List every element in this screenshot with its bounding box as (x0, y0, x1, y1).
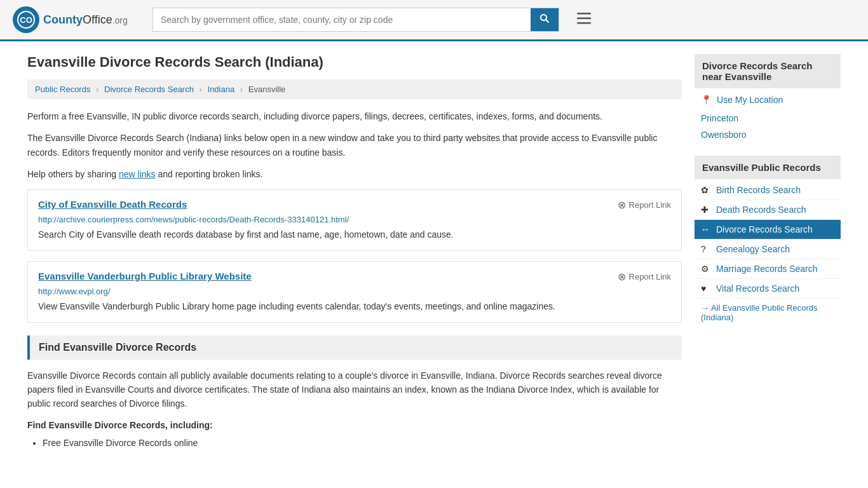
sidebar-item-vital-records[interactable]: ♥ Vital Records Search (695, 279, 841, 299)
divorce-records-icon: ↔ (701, 224, 711, 234)
sidebar-nearby-0[interactable]: Princeton (695, 110, 841, 126)
intro-paragraph-1: Perform a free Evansville, IN public div… (27, 109, 682, 123)
find-records-body: Evansville Divorce Records contain all p… (27, 369, 682, 411)
sidebar: Divorce Records Search near Evansville 📍… (695, 54, 841, 451)
breadcrumb: Public Records › Divorce Records Search … (27, 79, 682, 99)
svg-text:CO: CO (20, 15, 32, 25)
report-link-1[interactable]: ⊗ Report Link (618, 271, 671, 283)
link-desc-0: Search City of Evansville death records … (38, 228, 671, 241)
location-pin-icon: 📍 (701, 95, 712, 105)
intro-paragraph-2: The Evansville Divorce Records Search (I… (27, 131, 682, 159)
search-button[interactable] (531, 8, 559, 31)
svg-point-2 (541, 15, 546, 20)
report-link-0[interactable]: ⊗ Report Link (618, 199, 671, 211)
svg-rect-5 (577, 18, 591, 20)
sidebar-all-records[interactable]: → All Evansville Public Records (Indiana… (695, 299, 841, 327)
link-card-title-1[interactable]: Evansville Vanderburgh Public Library We… (38, 271, 252, 281)
breadcrumb-public-records[interactable]: Public Records (35, 85, 90, 94)
vital-records-icon: ♥ (701, 283, 711, 294)
sidebar-public-records-section: Evansville Public Records ✿ Birth Record… (695, 156, 841, 327)
search-input[interactable] (153, 10, 531, 30)
content-area: Evansville Divorce Records Search (India… (27, 54, 682, 451)
breadcrumb-divorce-records[interactable]: Divorce Records Search (104, 85, 194, 94)
breadcrumb-indiana[interactable]: Indiana (208, 85, 235, 94)
page-title: Evansville Divorce Records Search (India… (27, 54, 682, 71)
report-icon-0: ⊗ (618, 199, 626, 211)
sidebar-nearby-1[interactable]: Owensboro (695, 126, 841, 143)
bullet-list: Free Evansville Divorce Records online (43, 435, 682, 451)
svg-line-3 (546, 20, 549, 23)
find-records-section-heading: Find Evansville Divorce Records (27, 336, 682, 360)
main-container: Evansville Divorce Records Search (India… (15, 41, 853, 464)
link-card-title-0[interactable]: City of Evansville Death Records (38, 199, 187, 210)
menu-button[interactable] (572, 9, 596, 30)
sidebar-item-birth-records[interactable]: ✿ Birth Records Search (695, 180, 841, 200)
link-url-0[interactable]: http://archive.courierpress.com/news/pub… (38, 215, 671, 224)
report-icon-1: ⊗ (618, 271, 626, 283)
link-card-0: City of Evansville Death Records ⊗ Repor… (27, 189, 682, 251)
sidebar-item-genealogy[interactable]: ? Genealogy Search (695, 240, 841, 259)
link-card-1: Evansville Vanderburgh Public Library We… (27, 261, 682, 323)
svg-rect-4 (577, 13, 591, 15)
breadcrumb-current: Evansville (248, 85, 286, 94)
sidebar-near-section: Divorce Records Search near Evansville 📍… (695, 54, 841, 143)
sidebar-near-title: Divorce Records Search near Evansville (695, 54, 841, 88)
sidebar-item-death-records[interactable]: ✚ Death Records Search (695, 200, 841, 220)
sidebar-public-records-title: Evansville Public Records (695, 156, 841, 179)
marriage-records-icon: ⚙ (701, 264, 711, 274)
site-header: CO CountyOffice.org (0, 0, 868, 41)
link-desc-1: View Evansville Vanderburgh Public Libra… (38, 300, 671, 313)
find-records-subsection: Find Evansville Divorce Records, includi… (27, 420, 682, 430)
svg-rect-6 (577, 22, 591, 24)
logo-text: CountyOffice.org (43, 13, 128, 27)
link-url-1[interactable]: http://www.evpl.org/ (38, 287, 671, 296)
sidebar-item-divorce-records[interactable]: ↔ Divorce Records Search (695, 220, 841, 240)
genealogy-icon: ? (701, 244, 711, 254)
death-records-icon: ✚ (701, 205, 711, 215)
logo-icon[interactable]: CO (13, 6, 39, 33)
search-bar (153, 8, 559, 32)
birth-records-icon: ✿ (701, 185, 711, 195)
intro-paragraph-3: Help others by sharing new links and rep… (27, 167, 682, 181)
sidebar-use-location[interactable]: 📍 Use My Location (695, 90, 841, 110)
logo-area: CO CountyOffice.org (13, 6, 140, 33)
new-links-link[interactable]: new links (119, 169, 156, 179)
list-item-0: Free Evansville Divorce Records online (43, 435, 682, 451)
sidebar-item-marriage-records[interactable]: ⚙ Marriage Records Search (695, 259, 841, 279)
